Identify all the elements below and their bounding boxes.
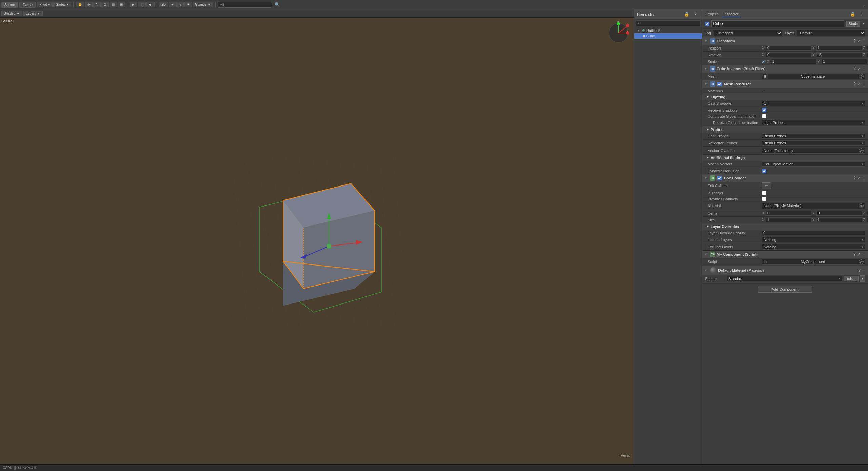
all-tool[interactable]: ⊞ [118,2,125,7]
static-button[interactable]: Static [846,21,861,27]
scale-y-input[interactable] [822,59,867,64]
transform-help-icon[interactable]: ? [853,39,856,43]
scale-x-input[interactable] [771,59,817,64]
layer-overrides-section[interactable]: ▼ Layer Overrides [702,223,868,230]
audio-button[interactable]: ♪ [177,2,184,7]
light-probes-dropdown[interactable]: Blend Probes ▼ [762,133,865,139]
inspector-lock-icon[interactable]: 🔒 [849,11,857,17]
mesh-renderer-help-icon[interactable]: ? [853,82,856,86]
mesh-renderer-more-icon[interactable]: ⋮ [862,82,866,86]
anchor-override-btn[interactable]: ◎ [859,148,864,153]
probes-section[interactable]: ▼ Probes [702,126,868,133]
mesh-filter-expand-icon[interactable]: ↗ [857,66,861,71]
receive-gi-dropdown[interactable]: Light Probes ▼ [762,120,865,125]
move-tool[interactable]: ✛ [85,2,93,7]
2d-button[interactable]: 2D [159,2,168,7]
is-trigger-checkbox[interactable] [762,191,766,195]
tag-select[interactable]: Untagged [714,30,782,36]
anchor-override-ref[interactable]: None (Transform) ◎ [762,148,865,154]
script-select-btn[interactable]: ◎ [859,259,864,264]
my-component-expand-icon[interactable]: ↗ [857,252,861,257]
play-button[interactable]: ▶ [130,2,137,7]
cast-shadows-dropdown[interactable]: On ▼ [762,101,865,106]
mesh-ref[interactable]: ⊞ Cube Instance ◎ [762,73,865,79]
viewport-shading-btn[interactable]: Shaded ▼ [1,11,22,16]
layer-select[interactable]: Default [797,30,865,36]
global-button[interactable]: Global ▼ [53,2,71,7]
game-tab[interactable]: Game [19,2,36,8]
provides-contacts-checkbox[interactable] [762,197,766,201]
search-input[interactable] [218,2,272,8]
include-layers-dropdown[interactable]: Nothing ▼ [762,237,865,242]
add-component-button[interactable]: Add Component [758,286,813,293]
material-help-icon[interactable]: ? [858,268,861,273]
hierarchy-menu-icon[interactable]: ⋮ [692,11,699,17]
fx-button[interactable]: ✦ [184,2,192,7]
exclude-layers-dropdown[interactable]: Nothing ▼ [762,244,865,250]
box-collider-header[interactable]: ▼ ⊞ Box Collider ? ↗ ⋮ [702,174,868,182]
box-collider-enabled-checkbox[interactable] [717,176,722,180]
pause-button[interactable]: ⏸ [138,2,146,7]
scene-tab[interactable]: Scene [1,2,18,8]
contribute-gi-checkbox[interactable] [762,114,766,118]
mesh-select-btn[interactable]: ◎ [859,74,864,79]
mesh-filter-help-icon[interactable]: ? [853,66,856,71]
inspector-menu-icon[interactable]: ⋮ [858,11,865,17]
hierarchy-item-untitled[interactable]: ▼ ⊕ Untitled* [634,27,702,33]
edit-collider-button[interactable]: ✏ [762,182,771,189]
step-button[interactable]: ⏭ [146,2,155,7]
mesh-renderer-enabled-checkbox[interactable] [717,82,722,86]
transform-expand-icon[interactable]: ↗ [857,39,861,43]
scale-tool[interactable]: ⊠ [101,2,109,7]
hierarchy-search[interactable] [636,20,701,26]
viewport-layer-btn[interactable]: Layers ▼ [23,11,43,16]
gameobject-name-input[interactable] [711,20,844,27]
gameobject-active-checkbox[interactable] [705,22,709,26]
inspector-panel[interactable]: Project Inspector 🔒 ⋮ Static ▼ Tag Untag… [702,9,868,464]
position-y-input[interactable] [816,45,862,51]
size-y-input[interactable] [816,217,862,222]
layer-priority-input[interactable] [762,230,865,235]
tab-inspector[interactable]: Inspector [722,11,740,17]
additional-settings-section[interactable]: ▼ Additional Settings [702,155,868,161]
lighting-section[interactable]: ▼ Lighting [702,94,868,100]
box-collider-expand-icon[interactable]: ↗ [857,176,861,180]
hand-tool[interactable]: ✋ [76,2,84,7]
material-more-icon[interactable]: ⋮ [862,268,866,273]
viewport-canvas[interactable]: Scene [0,18,634,464]
shader-edit-button[interactable]: Edit... [844,276,859,281]
center-y-input[interactable] [816,211,862,216]
transform-header[interactable]: ▼ ⊞ Transform ? ↗ ⋮ [702,37,868,45]
receive-shadows-checkbox[interactable] [762,108,766,112]
box-collider-more-icon[interactable]: ⋮ [862,176,866,180]
shader-more-button[interactable]: ▾ [860,275,865,282]
mesh-filter-header[interactable]: ▼ ⊞ Cube Instance (Mesh Filter) ? ↗ ⋮ [702,65,868,73]
shader-dropdown[interactable]: Standard ▼ [727,276,842,281]
hierarchy-lock-icon[interactable]: 🔒 [683,11,691,17]
my-component-more-icon[interactable]: ⋮ [862,252,866,257]
my-component-header[interactable]: ▼ C# My Component (Script) ? ↗ ⋮ [702,251,868,258]
transform-more-icon[interactable]: ⋮ [862,39,866,43]
collider-material-btn[interactable]: ◎ [859,203,864,208]
collider-material-ref[interactable]: None (Physic Material) ◎ [762,203,865,209]
pivot-button[interactable]: Pivot ▼ [37,2,53,7]
gizmos-button[interactable]: Gizmos ▼ [193,2,213,7]
search-icon-btn[interactable]: 🔍 [273,1,281,8]
position-x-input[interactable] [766,45,812,51]
mesh-renderer-header[interactable]: ▼ ⊞ Mesh Renderer ? ↗ ⋮ [702,80,868,88]
dynamic-occlusion-checkbox[interactable] [762,169,766,173]
material-asset-header[interactable]: ▼ Default-Material (Material) ? ⋮ [702,266,868,275]
rect-tool[interactable]: ⊡ [110,2,117,7]
tab-project[interactable]: Project [705,11,719,17]
box-collider-help-icon[interactable]: ? [853,176,856,180]
light-button[interactable]: ☀ [169,2,177,7]
my-component-help-icon[interactable]: ? [853,252,856,257]
size-x-input[interactable] [766,217,812,222]
rotation-x-input[interactable] [766,52,812,57]
mesh-renderer-expand-icon[interactable]: ↗ [857,82,861,86]
menu-dots-icon[interactable]: ⋮ [860,1,867,8]
mesh-filter-more-icon[interactable]: ⋮ [862,66,866,71]
motion-vectors-dropdown[interactable]: Per Object Motion ▼ [762,161,865,167]
script-ref[interactable]: ⊞ MyComponent ◎ [762,259,865,265]
rotate-tool[interactable]: ↻ [93,2,101,7]
